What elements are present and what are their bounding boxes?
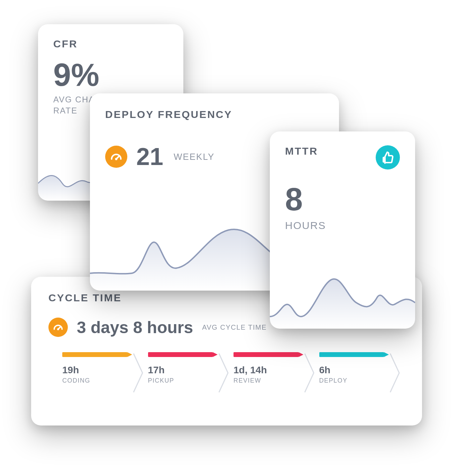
cycle-time-value: 3 days 8 hours [77,318,193,337]
cycle-stage-value: 6h [319,365,384,376]
dashboard-stage: CYCLE TIME 3 days 8 hours AVG CYCLE TIME… [0,0,476,476]
cycle-stage-bar [234,352,299,357]
cycle-stage-coding: 19h CODING [62,352,148,384]
cycle-stages: 19h CODING 17h PICKUP 1d, 14h REVIEW 6h … [48,352,405,384]
svg-line-3 [116,156,119,159]
chevron-right-icon [218,352,230,394]
chevron-right-icon [132,352,145,394]
cycle-stage-bar [148,352,213,357]
mttr-sparkline [270,263,415,329]
cycle-stage-review: 1d, 14h REVIEW [234,352,319,384]
deploy-unit: WEEKLY [174,152,214,162]
cycle-stage-deploy: 6h DEPLOY [319,352,405,384]
gauge-icon [48,318,68,337]
thumbs-up-icon [376,145,400,170]
deploy-value: 21 [136,145,163,169]
cycle-stage-value: 17h [148,365,213,376]
gauge-icon [105,146,127,168]
cycle-stage-bar [319,352,384,357]
cycle-stage-label: CODING [62,377,127,384]
cfr-title: CFR [53,38,168,50]
svg-line-1 [58,327,61,329]
cycle-stage-pickup: 17h PICKUP [148,352,234,384]
mttr-card: MTTR 8 HOURS [270,131,415,329]
cycle-stage-label: PICKUP [148,377,213,384]
deploy-title: DEPLOY FREQUENCY [105,109,324,120]
cycle-stage-label: REVIEW [234,377,299,384]
cycle-stage-label: DEPLOY [319,377,384,384]
mttr-value: 8 [285,183,400,215]
cfr-value: 9% [53,59,168,91]
cycle-time-label: AVG CYCLE TIME [202,323,267,331]
chevron-right-icon [303,352,316,394]
mttr-title: MTTR [285,145,318,157]
cycle-stage-bar [62,352,127,357]
cycle-stage-value: 19h [62,365,127,376]
cycle-stage-value: 1d, 14h [234,365,299,376]
chevron-right-icon [389,352,401,394]
mttr-unit: HOURS [285,219,400,233]
